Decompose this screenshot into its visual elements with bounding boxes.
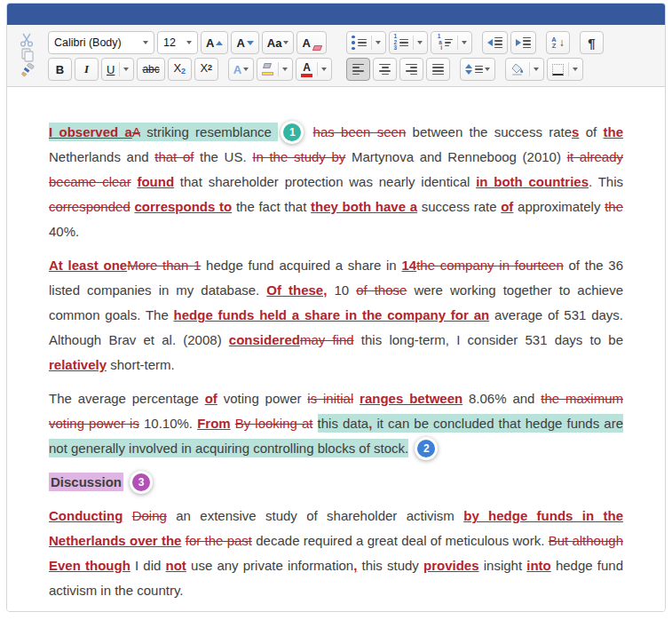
deleted-text: the company in fourteen — [416, 258, 564, 273]
word-editor-window: Calibri (Body) 12 A A — [6, 3, 666, 612]
underline-button[interactable]: U — [101, 58, 134, 81]
text-run: 10.10%. — [139, 416, 197, 431]
strikethrough-button[interactable]: abc — [137, 58, 164, 81]
show-paragraph-marks-button[interactable]: ¶ — [580, 31, 604, 54]
paste-button[interactable] — [18, 48, 37, 63]
increase-indent-button[interactable] — [510, 31, 536, 54]
chevron-down-icon — [243, 68, 249, 71]
numbered-list-button[interactable]: 123 — [389, 31, 429, 54]
deleted-text: the — [605, 199, 623, 214]
text-run: I did — [130, 558, 166, 573]
document-editing-area[interactable]: I observed aA striking resemblance 1 has… — [7, 87, 665, 612]
align-right-button[interactable] — [399, 58, 423, 81]
inserted-text: provides — [423, 558, 479, 573]
text-run: Discussion — [49, 473, 123, 491]
font-name-select[interactable]: Calibri (Body) — [48, 31, 154, 54]
sort-az-icon: AZ — [551, 36, 556, 50]
align-center-icon — [379, 64, 391, 75]
chevron-down-icon — [376, 41, 381, 44]
inserted-text: relatively — [49, 357, 107, 372]
subscript-icon: X — [173, 61, 181, 77]
increase-indent-icon — [516, 37, 531, 48]
paint-bucket-icon — [510, 63, 525, 76]
chevron-down-icon — [321, 68, 327, 71]
shrink-font-button[interactable]: A — [231, 31, 258, 54]
text-run: that shareholder protection was nearly i… — [174, 174, 476, 189]
text-effects-button[interactable]: A — [228, 58, 254, 81]
change-case-button[interactable]: Aa — [262, 31, 295, 54]
inserted-text: into — [526, 558, 551, 573]
text-run: the US. — [194, 149, 252, 164]
text-run — [123, 474, 127, 489]
shrink-font-icon: A — [236, 36, 244, 50]
deleted-text: A — [132, 123, 140, 141]
justify-button[interactable] — [426, 58, 450, 81]
deleted-text: for the past — [186, 533, 252, 548]
inserted-text: considered — [229, 332, 300, 347]
inserted-text: From — [197, 416, 231, 431]
italic-button[interactable]: I — [75, 58, 99, 81]
text-run: voting power — [217, 391, 307, 406]
bullet-list-button[interactable] — [346, 31, 385, 54]
chevron-down-icon — [123, 68, 129, 71]
window-titlebar — [7, 4, 665, 25]
sort-button[interactable]: AZ ↓ — [546, 31, 570, 54]
align-left-icon — [352, 64, 364, 75]
decrease-indent-button[interactable] — [482, 31, 508, 54]
text-run: this long-term, I consider 531 days to b… — [354, 332, 623, 347]
paragraph-group: 123 1ai — [346, 31, 604, 81]
change-badge-2[interactable]: 2 — [415, 437, 438, 460]
superscript-button[interactable]: X2 — [194, 58, 218, 81]
formatting-toolbar: Calibri (Body) 12 A A — [7, 25, 665, 87]
shading-button[interactable] — [505, 58, 544, 81]
text-run: hedge fund acquired a share in — [201, 258, 401, 273]
text-run: this study — [357, 558, 423, 573]
change-badge-1[interactable]: 1 — [281, 121, 304, 144]
inserted-text: of — [205, 391, 217, 406]
text-run — [306, 124, 312, 139]
text-run: short-term. — [107, 357, 175, 372]
scissors-icon — [20, 33, 36, 47]
inserted-text: of — [501, 199, 513, 214]
text-highlight-button[interactable] — [257, 58, 293, 81]
cut-button[interactable] — [18, 33, 37, 48]
clear-formatting-button[interactable]: A — [296, 31, 326, 54]
arrow-down-icon: ↓ — [559, 36, 565, 49]
text-run: between the success rate — [406, 124, 572, 139]
chevron-down-icon — [485, 68, 490, 71]
grow-font-icon: A — [206, 36, 214, 50]
align-left-button[interactable] — [346, 58, 370, 81]
format-painter-button[interactable] — [18, 62, 37, 77]
bold-button[interactable]: B — [48, 58, 72, 81]
font-color-button[interactable]: A — [296, 58, 332, 81]
text-run: Netherlands and — [49, 149, 154, 164]
triangle-up-icon — [216, 41, 223, 45]
chevron-down-icon — [186, 41, 192, 44]
inserted-text: ranges between — [360, 391, 462, 406]
grow-font-button[interactable]: A — [201, 31, 228, 54]
bold-icon: B — [56, 63, 64, 76]
inserted-text: found — [137, 174, 174, 189]
deleted-text: But although — [549, 533, 623, 548]
chevron-down-icon — [462, 41, 467, 44]
clipboard-icon — [21, 48, 34, 62]
font-size-select[interactable]: 12 — [157, 31, 198, 54]
text-run: use any private information — [186, 558, 353, 573]
font-size-value: 12 — [163, 36, 176, 49]
change-badge-3[interactable]: 3 — [130, 471, 153, 494]
decrease-indent-icon — [487, 37, 502, 48]
inserted-text: hedge funds held a share in the company … — [174, 307, 490, 322]
line-spacing-button[interactable] — [460, 58, 495, 81]
borders-button[interactable] — [547, 58, 583, 81]
deleted-text: that of — [154, 149, 194, 164]
paragraph: At least oneMore than 1 hedge fund acqui… — [49, 253, 623, 378]
align-center-button[interactable] — [373, 58, 397, 81]
numbered-list-icon: 123 — [394, 34, 409, 52]
deleted-text: corresponded — [49, 199, 130, 214]
inserted-text: Of these, — [266, 282, 327, 298]
subscript-button[interactable]: X2 — [168, 58, 192, 81]
italic-icon: I — [84, 62, 89, 76]
chevron-down-icon — [283, 41, 289, 44]
multilevel-list-button[interactable]: 1ai — [431, 31, 472, 54]
pilcrow-icon: ¶ — [588, 36, 595, 51]
